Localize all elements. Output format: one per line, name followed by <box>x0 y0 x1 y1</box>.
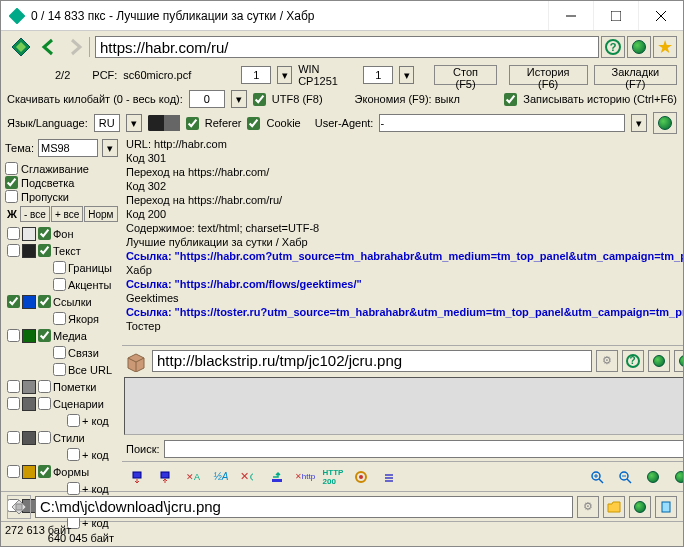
log-line: Переход на https://habr.com/ru/ <box>126 193 684 207</box>
filter-sub-checkbox[interactable] <box>53 312 66 325</box>
forward-button[interactable] <box>63 35 87 59</box>
filter-checkbox-2[interactable] <box>38 465 51 478</box>
filter-sub-checkbox[interactable] <box>67 414 80 427</box>
stop-button[interactable]: Стоп (F5) <box>434 65 496 85</box>
user-agent-dropdown[interactable]: ▾ <box>631 114 647 132</box>
tool-1-button[interactable] <box>124 465 150 489</box>
filter-checkbox-1[interactable] <box>7 295 20 308</box>
download-kb-dropdown[interactable]: ▾ <box>231 90 247 108</box>
filter-sub-checkbox[interactable] <box>67 448 80 461</box>
bookmarks-button[interactable]: Закладки (F7) <box>594 65 677 85</box>
language-input[interactable] <box>94 114 120 132</box>
tool-3-button[interactable]: ✕A <box>180 465 206 489</box>
font-size-2-input[interactable] <box>363 66 393 84</box>
referer-checkbox[interactable] <box>186 117 199 130</box>
save-path-input[interactable] <box>35 496 573 518</box>
help-button[interactable]: ? <box>601 36 625 58</box>
filter-checkbox-1[interactable] <box>7 431 20 444</box>
skips-checkbox[interactable] <box>5 190 18 203</box>
smoothing-checkbox[interactable] <box>5 162 18 175</box>
filter-sub-checkbox[interactable] <box>53 363 66 376</box>
minimize-button[interactable] <box>548 1 593 30</box>
color-swatch[interactable] <box>22 295 36 309</box>
font-size-1-dropdown[interactable]: ▾ <box>277 66 292 84</box>
save-go-button[interactable] <box>629 496 651 518</box>
action-1-button[interactable] <box>648 350 670 372</box>
filter-checkbox-2[interactable] <box>38 397 51 410</box>
color-swatch[interactable] <box>22 465 36 479</box>
tool-8-button[interactable]: HTTP200 <box>320 465 346 489</box>
color-swatch[interactable] <box>22 397 36 411</box>
filter-checkbox-2[interactable] <box>38 295 51 308</box>
filter-sub-checkbox[interactable] <box>53 346 66 359</box>
color-swatch[interactable] <box>22 227 36 241</box>
font-size-1-input[interactable] <box>241 66 271 84</box>
tool-2-button[interactable] <box>152 465 178 489</box>
color-swatch[interactable] <box>22 329 36 343</box>
language-dropdown[interactable]: ▾ <box>126 114 142 132</box>
filter-checkbox-2[interactable] <box>38 380 51 393</box>
highlight-checkbox[interactable] <box>5 176 18 189</box>
filter-checkbox-1[interactable] <box>7 465 20 478</box>
filter-checkbox-1[interactable] <box>7 397 20 410</box>
filter-checkbox-2[interactable] <box>38 431 51 444</box>
filter-checkbox-1[interactable] <box>7 329 20 342</box>
utf8-checkbox[interactable] <box>253 93 266 106</box>
action-2-button[interactable] <box>674 350 684 372</box>
back-button[interactable] <box>37 35 61 59</box>
help-button-2[interactable]: ? <box>622 350 644 372</box>
filter-checkbox-2[interactable] <box>38 244 51 257</box>
log-link[interactable]: Ссылка: "https://habr.com?utm_source=tm_… <box>126 249 684 263</box>
filter-sub-checkbox[interactable] <box>53 261 66 274</box>
color-swatch[interactable] <box>22 431 36 445</box>
folder-button[interactable] <box>603 496 625 518</box>
theme-dropdown[interactable]: ▾ <box>102 139 118 157</box>
settings-button[interactable]: ⚙ <box>577 496 599 518</box>
tool-9-button[interactable] <box>348 465 374 489</box>
tool-4-button[interactable]: ½A <box>208 465 234 489</box>
filter-sub-checkbox[interactable] <box>53 278 66 291</box>
go-button[interactable] <box>627 36 651 58</box>
save-action-button[interactable] <box>655 496 677 518</box>
user-agent-input[interactable] <box>379 114 625 132</box>
filter-row: Стили <box>5 429 118 446</box>
color-swatch[interactable] <box>22 244 36 258</box>
log-link[interactable]: Ссылка: "https://toster.ru?utm_source=tm… <box>126 305 684 319</box>
nav-next-button[interactable] <box>640 465 666 489</box>
zoom-out-button[interactable] <box>612 465 638 489</box>
history-button[interactable]: История (F6) <box>509 65 588 85</box>
filter-checkbox-1[interactable] <box>7 244 20 257</box>
font-size-2-dropdown[interactable]: ▾ <box>399 66 414 84</box>
normal-button[interactable]: Норм <box>84 206 117 222</box>
user-agent-action-button[interactable] <box>653 112 677 134</box>
maximize-button[interactable] <box>593 1 638 30</box>
filter-checkbox-1[interactable] <box>7 227 20 240</box>
tool-5-button[interactable]: ✕ <box>236 465 262 489</box>
toggle-icon[interactable] <box>148 115 180 131</box>
search-input[interactable] <box>164 440 684 458</box>
filter-checkbox-2[interactable] <box>38 227 51 240</box>
nav-down-button[interactable] <box>668 465 684 489</box>
cookie-checkbox[interactable] <box>247 117 260 130</box>
log-link[interactable]: Ссылка: "https://habr.com/flows/geektime… <box>126 277 684 291</box>
url-input[interactable] <box>95 36 599 58</box>
save-history-checkbox[interactable] <box>504 93 517 106</box>
gear-button[interactable]: ⚙ <box>596 350 618 372</box>
download-kb-input[interactable] <box>189 90 225 108</box>
color-swatch[interactable] <box>22 380 36 394</box>
theme-input[interactable] <box>38 139 98 157</box>
all-off-button[interactable]: - все <box>20 206 50 222</box>
close-button[interactable] <box>638 1 683 30</box>
tool-6-button[interactable] <box>264 465 290 489</box>
filter-sub-checkbox[interactable] <box>67 482 80 495</box>
filter-checkbox-2[interactable] <box>38 329 51 342</box>
tool-7-button[interactable]: ✕http <box>292 465 318 489</box>
image-url-input[interactable] <box>152 350 592 372</box>
tool-10-button[interactable] <box>376 465 402 489</box>
disk-icon <box>7 495 31 519</box>
bookmark-button[interactable]: ★ <box>653 36 677 58</box>
zoom-in-button[interactable] <box>584 465 610 489</box>
all-on-button[interactable]: + все <box>51 206 83 222</box>
filter-checkbox-1[interactable] <box>7 380 20 393</box>
app-logo-icon <box>7 33 35 61</box>
